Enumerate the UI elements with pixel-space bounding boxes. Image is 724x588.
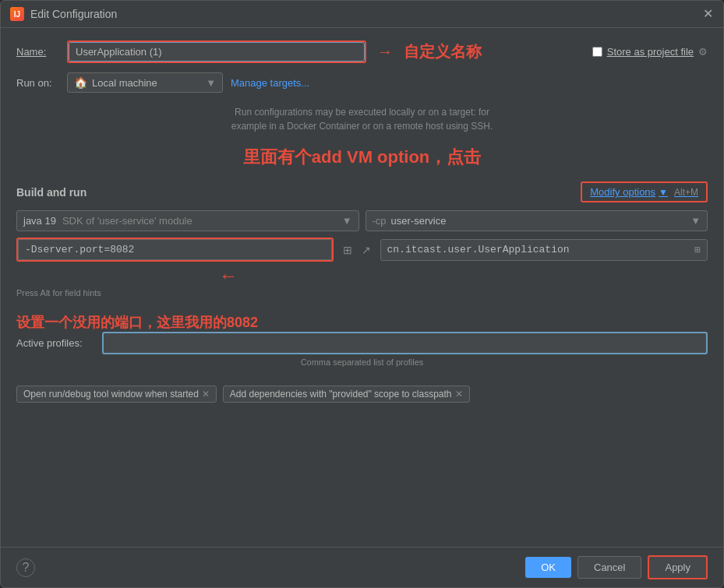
build-run-section: Build and run Modify options ▼ Alt+M jav… xyxy=(16,181,708,304)
red-arrow-row: → xyxy=(16,265,708,287)
edit-configuration-dialog: IJ Edit Configuration ✕ Name: → 自定义名称 St… xyxy=(0,0,724,588)
vm-red-arrow-icon: → xyxy=(219,265,238,287)
tag-label: Open run/debug tool window when started xyxy=(23,389,199,400)
profiles-label: Active profiles: xyxy=(16,337,94,349)
chevron-down-icon: ▼ xyxy=(659,187,668,198)
tag-open-debug-window: Open run/debug tool window when started … xyxy=(16,386,217,403)
profiles-row: Active profiles: xyxy=(16,332,708,354)
footer-buttons: OK Cancel Apply xyxy=(525,555,708,579)
profiles-section: 设置一个没用的端口，这里我用的8082 Active profiles: Com… xyxy=(16,313,708,375)
chevron-down-icon: ▼ xyxy=(206,77,216,89)
help-button[interactable]: ? xyxy=(16,558,35,577)
tag-close-icon[interactable]: ✕ xyxy=(455,389,463,400)
custom-name-annotation: 自定义名称 xyxy=(404,41,482,62)
vm-expand-icon[interactable]: ⊞ xyxy=(340,242,355,258)
title-bar-left: IJ Edit Configuration xyxy=(10,7,117,21)
dialog-footer: ? OK Cancel Apply xyxy=(1,547,723,587)
arrow-annotation: → xyxy=(377,43,393,61)
tag-add-dependencies: Add dependencies with "provided" scope t… xyxy=(223,386,470,403)
field-hints-text: Press Alt for field hints xyxy=(16,288,708,298)
dialog-body: Name: → 自定义名称 Store as project file ⚙ Ru… xyxy=(1,28,723,547)
store-project-checkbox[interactable] xyxy=(592,47,602,57)
ok-button[interactable]: OK xyxy=(525,557,571,578)
home-icon: 🏠 xyxy=(74,76,87,89)
run-on-label: Run on: xyxy=(16,77,59,89)
name-label: Name: xyxy=(16,46,59,58)
module-select[interactable]: -cp user-service ▼ xyxy=(366,210,708,231)
modify-options-label: Modify options xyxy=(590,186,655,198)
store-project-row: Store as project file ⚙ xyxy=(592,46,708,58)
sdk-desc: SDK of 'user-service' module xyxy=(62,215,192,227)
cp-label: -cp xyxy=(373,215,387,227)
profiles-input[interactable] xyxy=(102,332,708,354)
tags-row: Open run/debug tool window when started … xyxy=(16,386,708,403)
name-row: Name: → 自定义名称 Store as project file ⚙ xyxy=(16,40,708,63)
vm-actions: ⊞ ↗ xyxy=(340,242,374,258)
tag-close-icon[interactable]: ✕ xyxy=(202,389,210,400)
info-text: Run configurations may be executed local… xyxy=(16,102,708,136)
modify-options-shortcut: Alt+M xyxy=(674,187,698,198)
modify-options-button[interactable]: Modify options ▼ Alt+M xyxy=(581,181,708,202)
main-class-display: cn.itcast.user.UserApplication ⊞ xyxy=(380,239,708,261)
run-on-select[interactable]: 🏠 Local machine ▼ xyxy=(67,72,223,93)
vm-resize-icon[interactable]: ↗ xyxy=(358,242,374,258)
build-run-title: Build and run xyxy=(16,186,87,199)
tag-label: Add dependencies with "provided" scope t… xyxy=(230,389,452,400)
manage-targets-link[interactable]: Manage targets... xyxy=(231,77,309,89)
apply-button[interactable]: Apply xyxy=(648,555,708,579)
dialog-title: Edit Configuration xyxy=(30,8,117,20)
title-bar: IJ Edit Configuration ✕ xyxy=(1,1,723,28)
close-button[interactable]: ✕ xyxy=(701,8,714,20)
vm-hint-annotation: 里面有个add VM option，点击 xyxy=(16,146,708,169)
cancel-button[interactable]: Cancel xyxy=(577,556,641,579)
port-hint-annotation: 设置一个没用的端口，这里我用的8082 xyxy=(16,313,708,332)
store-project-label[interactable]: Store as project file xyxy=(607,46,694,58)
main-class-browse-icon: ⊞ xyxy=(694,244,701,256)
vm-options-row: ⊞ ↗ cn.itcast.user.UserApplication ⊞ xyxy=(16,238,708,262)
info-text-line2: example in a Docker Container or on a re… xyxy=(16,119,708,133)
info-text-line1: Run configurations may be executed local… xyxy=(16,105,708,119)
run-on-row: Run on: 🏠 Local machine ▼ Manage targets… xyxy=(16,72,708,93)
run-on-value: Local machine xyxy=(92,77,157,89)
profiles-hint: Comma separated list of profiles xyxy=(16,357,708,367)
sdk-chevron-icon: ▼ xyxy=(342,215,352,227)
gear-icon: ⚙ xyxy=(698,46,708,58)
sdk-value: java 19 xyxy=(23,215,56,227)
app-icon: IJ xyxy=(10,7,24,21)
sdk-row: java 19 SDK of 'user-service' module ▼ -… xyxy=(16,210,708,231)
module-value: user-service xyxy=(391,215,447,227)
module-chevron-icon: ▼ xyxy=(690,215,701,227)
name-input[interactable] xyxy=(69,42,365,62)
vm-options-input[interactable] xyxy=(18,239,332,260)
sdk-select[interactable]: java 19 SDK of 'user-service' module ▼ xyxy=(16,210,359,231)
main-class-value: cn.itcast.user.UserApplication xyxy=(387,244,570,255)
vm-input-wrapper xyxy=(16,238,334,262)
name-input-wrapper xyxy=(67,40,366,63)
section-header: Build and run Modify options ▼ Alt+M xyxy=(16,181,708,202)
